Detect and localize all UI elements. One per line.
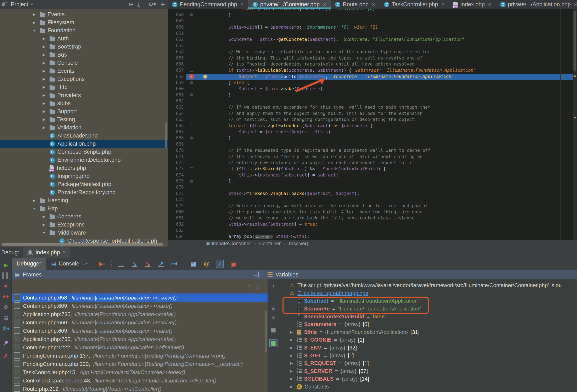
gutter[interactable] bbox=[186, 197, 201, 203]
fold-marker-icon[interactable] bbox=[190, 167, 193, 170]
gutter[interactable] bbox=[186, 209, 201, 215]
gutter[interactable] bbox=[186, 203, 201, 209]
variable-row[interactable]: ▶$this= {Illuminate\Foundation\Applicati… bbox=[279, 328, 577, 336]
chevron-right-icon[interactable]: ▶ bbox=[289, 369, 294, 373]
line-number[interactable]: 676 bbox=[168, 184, 186, 191]
gutter[interactable] bbox=[186, 110, 201, 117]
line-number[interactable]: 651 bbox=[168, 31, 186, 37]
step-over-button[interactable]: ↓ bbox=[117, 260, 125, 268]
line-number[interactable]: 670 bbox=[168, 147, 186, 154]
line-number[interactable]: 673 bbox=[168, 166, 186, 172]
line-number[interactable]: 655 bbox=[168, 55, 186, 61]
variable-row[interactable]: 1001$abstract= "Illuminate\Foundation\Ap… bbox=[279, 297, 577, 305]
line-number[interactable]: 650 bbox=[168, 24, 186, 31]
chevron-right-icon[interactable]: ▶ bbox=[31, 198, 37, 203]
run-to-cursor-button[interactable]: ↦I bbox=[170, 260, 178, 268]
editor-tab[interactable]: Cprivate/.../Application.php✕ bbox=[496, 0, 577, 9]
chevron-right-icon[interactable]: ▶ bbox=[41, 61, 47, 65]
tree-item[interactable]: ▶Http bbox=[0, 83, 168, 91]
tree-vertical-scrollbar[interactable] bbox=[165, 122, 167, 148]
path-mappings-link[interactable]: Click to set up path mappings bbox=[297, 290, 368, 296]
tree-item[interactable]: CProviderRepository.php bbox=[0, 188, 168, 196]
stack-frame-row[interactable]: PendingCommand.php:220, Illuminate|Found… bbox=[12, 360, 268, 368]
chevron-right-icon[interactable]: ▶ bbox=[41, 45, 47, 49]
line-number[interactable]: 672 bbox=[168, 160, 186, 166]
stack-frame-row[interactable]: Container.php:609, Illuminate|Foundation… bbox=[12, 327, 268, 335]
stack-frame-row[interactable]: Container.php:658, Illuminate|Foundation… bbox=[12, 293, 268, 302]
chevron-right-icon[interactable]: ▶ bbox=[31, 20, 37, 25]
tree-item[interactable]: ▶Validation bbox=[0, 124, 168, 132]
chevron-right-icon[interactable]: ▶ bbox=[289, 354, 294, 358]
stack-frame-row[interactable]: Application.php:735, Illuminate|Foundati… bbox=[12, 310, 268, 318]
editor-tab[interactable]: CTaskController.php✕ bbox=[380, 0, 449, 9]
resume-button[interactable]: ▶ bbox=[0, 262, 12, 268]
close-icon[interactable]: ✕ bbox=[323, 2, 326, 7]
variable-row[interactable]: ▶123$_ENV= {array} [32] bbox=[279, 344, 577, 352]
frames-scrollbar[interactable] bbox=[265, 311, 267, 352]
gutter[interactable] bbox=[186, 234, 201, 240]
gutter[interactable] bbox=[186, 92, 201, 98]
tree-item[interactable]: ▼Foundation bbox=[0, 27, 168, 35]
line-number[interactable]: 661 bbox=[168, 92, 186, 98]
tree-item[interactable]: ▶Exceptions bbox=[0, 75, 168, 83]
gutter[interactable] bbox=[186, 191, 201, 197]
line-number[interactable]: 675 bbox=[168, 178, 186, 184]
editor-tab[interactable]: CRoute.php✕ bbox=[331, 0, 380, 9]
line-number[interactable]: 658 bbox=[168, 74, 186, 80]
line-number[interactable]: 653 bbox=[168, 43, 186, 49]
fold-marker-icon[interactable] bbox=[190, 179, 193, 182]
chevron-right-icon[interactable]: ▶ bbox=[289, 361, 294, 365]
fold-marker-icon[interactable] bbox=[190, 124, 193, 127]
line-number[interactable]: 656 bbox=[168, 61, 186, 68]
gutter[interactable] bbox=[186, 18, 201, 24]
tree-item[interactable]: ▶Console bbox=[0, 59, 168, 67]
line-number[interactable]: 663 bbox=[168, 104, 186, 110]
gutter[interactable] bbox=[186, 36, 201, 43]
close-icon[interactable]: ✕ bbox=[62, 250, 66, 255]
fold-marker-icon[interactable] bbox=[190, 136, 193, 139]
chevron-right-icon[interactable]: ▶ bbox=[41, 109, 47, 114]
chevron-right-icon[interactable]: ▶ bbox=[41, 77, 47, 81]
chevron-right-icon[interactable]: ▶ bbox=[289, 338, 294, 342]
tree-item[interactable]: ▶Events bbox=[0, 10, 168, 18]
line-number[interactable]: 648 bbox=[168, 12, 186, 18]
stack-frame-row[interactable]: PendingCommand.php:137, Illuminate|Found… bbox=[12, 352, 268, 360]
chevron-right-icon[interactable]: ▶ bbox=[41, 93, 47, 98]
tree-item[interactable]: CAliasLoader.php bbox=[0, 132, 168, 140]
step-out-button[interactable]: ↗ bbox=[157, 260, 165, 268]
gutter[interactable] bbox=[186, 104, 201, 110]
gutter[interactable] bbox=[186, 172, 201, 178]
threads-view-toggle[interactable]: ≡∕ bbox=[216, 260, 224, 268]
breakpoint-icon[interactable]: ✓ bbox=[189, 74, 194, 79]
tree-item[interactable]: ▶Filesystem bbox=[0, 18, 168, 27]
gutter[interactable] bbox=[186, 154, 201, 160]
fold-marker-icon[interactable] bbox=[190, 93, 193, 96]
locate-icon[interactable]: ⊕ bbox=[129, 2, 133, 7]
chevron-right-icon[interactable]: ▶ bbox=[41, 69, 47, 73]
variable-row[interactable]: ▶123$GLOBALS= {array} [14] bbox=[279, 375, 577, 383]
chevron-right-icon[interactable]: ▶ bbox=[41, 53, 47, 57]
chevron-right-icon[interactable]: ▶ bbox=[41, 222, 47, 227]
fold-marker-icon[interactable] bbox=[190, 81, 193, 84]
editor-tab[interactable]: phpindex.php✕ bbox=[449, 0, 496, 9]
stack-frame-row[interactable]: ControllerDispatcher.php:48, Illuminate|… bbox=[12, 376, 268, 385]
show-values-button[interactable]: @ bbox=[203, 260, 211, 268]
line-number[interactable]: 682 bbox=[168, 221, 186, 227]
pin-button[interactable] bbox=[0, 340, 12, 347]
add-watch-button[interactable]: + bbox=[268, 283, 279, 288]
close-icon[interactable]: ✕ bbox=[488, 2, 492, 7]
close-button[interactable]: ✗ bbox=[0, 353, 12, 358]
line-number[interactable]: 665 bbox=[168, 117, 186, 123]
next-frame-button[interactable]: ↓ bbox=[256, 283, 259, 290]
intention-bulb-icon[interactable] bbox=[202, 74, 208, 80]
chevron-right-icon[interactable]: ▶ bbox=[289, 346, 294, 350]
code-editor[interactable]: return $this->instances[$abstract]; $ins… bbox=[168, 9, 577, 247]
breadcrumb-item[interactable]: Container bbox=[259, 241, 281, 247]
hide-panel-icon[interactable]: ⇤ bbox=[160, 2, 165, 7]
chevron-down-icon[interactable]: ▼ bbox=[41, 231, 47, 235]
view-breakpoints-button[interactable]: ●● bbox=[0, 293, 12, 299]
gutter[interactable] bbox=[186, 141, 201, 147]
restore-layout-button[interactable]: ▤ bbox=[0, 315, 12, 321]
close-icon[interactable]: ✕ bbox=[240, 2, 244, 7]
editor-tab[interactable]: CPendingCommand.php✕ bbox=[168, 0, 248, 9]
